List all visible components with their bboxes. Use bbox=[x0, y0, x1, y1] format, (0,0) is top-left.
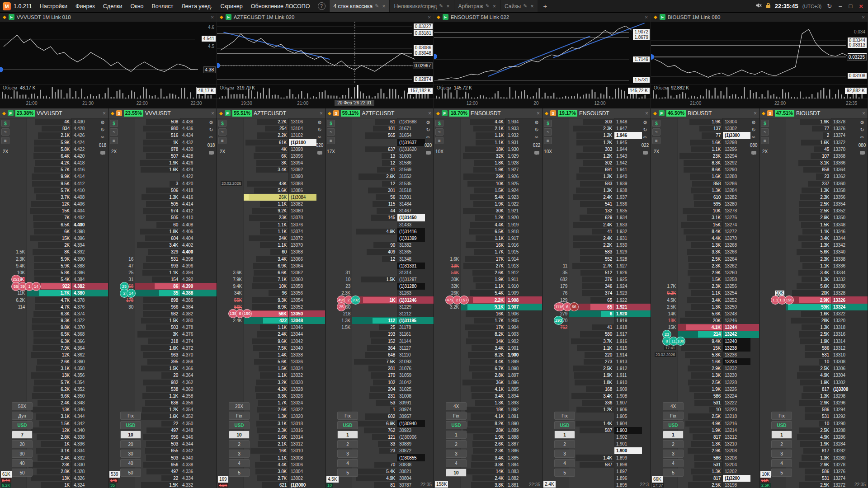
volume-cell[interactable]: 3.7K bbox=[569, 338, 614, 345]
volume-cell[interactable]: 586 bbox=[786, 345, 831, 352]
mode-button[interactable]: Fix bbox=[120, 412, 141, 420]
volume-cell[interactable]: 4.1K bbox=[460, 413, 505, 420]
chat-icon[interactable] bbox=[209, 151, 214, 155]
volume-cell[interactable]: 1.9K bbox=[677, 118, 722, 125]
price-cell[interactable]: 13378 bbox=[831, 118, 859, 125]
close-icon[interactable]: × bbox=[754, 110, 757, 117]
volume-cell[interactable]: 27K bbox=[460, 263, 505, 269]
ladder-row[interactable]: 2K4.394 bbox=[0, 242, 108, 249]
volume-cell[interactable]: 587 bbox=[569, 461, 614, 468]
volume-cell[interactable]: 602 bbox=[352, 413, 397, 420]
price-cell[interactable]: 31110 bbox=[397, 352, 425, 358]
volume-cell[interactable]: 1.4K bbox=[569, 454, 614, 461]
tab[interactable]: Неликвики/спред✎× bbox=[389, 0, 453, 12]
price-cell[interactable]: 1.901 bbox=[614, 441, 642, 447]
volume-cell[interactable]: 1.4K bbox=[569, 420, 614, 427]
price-cell[interactable]: 13362 bbox=[831, 173, 859, 180]
volume-cell[interactable]: 655 bbox=[135, 447, 180, 454]
volume-cell[interactable]: 610 bbox=[677, 194, 722, 201]
size-button[interactable]: 5 bbox=[229, 469, 250, 477]
size-button[interactable]: 1 bbox=[337, 431, 358, 439]
price-cell[interactable]: 4.346 bbox=[180, 434, 208, 441]
close-icon[interactable]: × bbox=[428, 110, 431, 117]
volume-cell[interactable]: 604 bbox=[135, 235, 180, 242]
volume-cell[interactable]: 974 bbox=[135, 207, 180, 214]
volume-cell[interactable]: 4.2K bbox=[243, 386, 288, 393]
price-cell[interactable]: 13260 bbox=[722, 269, 750, 276]
volume-cell[interactable]: 5.6K bbox=[786, 283, 831, 290]
chart-icon[interactable]: ≡ bbox=[435, 137, 443, 144]
price-cell[interactable]: 13212 bbox=[722, 434, 750, 441]
ladder-row[interactable]: 204.364 bbox=[108, 372, 217, 379]
volume-cell[interactable]: 53 bbox=[352, 399, 397, 406]
ladder-row[interactable]: 2.5K1.3K13250 bbox=[651, 304, 759, 310]
price-cell[interactable]: 31076 bbox=[397, 365, 425, 372]
volume-cell[interactable]: 231 bbox=[352, 393, 397, 399]
price-cell[interactable]: (1)3300 bbox=[831, 386, 859, 393]
price-cell[interactable]: 13208 bbox=[722, 447, 750, 454]
ladder-row[interactable]: 3.4K1.894 bbox=[434, 393, 542, 399]
price-cell[interactable]: 1.930 bbox=[614, 242, 642, 249]
ladder-row[interactable]: 309664.384 bbox=[108, 304, 217, 310]
price-cell[interactable]: (1)3100 bbox=[288, 139, 316, 146]
link-icon[interactable]: ∞ bbox=[209, 134, 213, 140]
ladder-row[interactable]: 3.1K13366 bbox=[760, 160, 868, 166]
ladder-row[interactable]: 7.5K13040 bbox=[217, 345, 325, 352]
volume-cell[interactable]: 980 bbox=[135, 125, 180, 132]
price-cell[interactable]: 1.906 bbox=[505, 310, 533, 317]
size-button[interactable]: 4 bbox=[554, 459, 575, 467]
ladder-row[interactable]: 1.5K4.366 bbox=[108, 365, 217, 372]
price-cell[interactable]: 13220 bbox=[722, 406, 750, 413]
ladder-row[interactable]: 8.3K13292 bbox=[651, 160, 759, 166]
ladder-row[interactable]: 1.9K1.927 bbox=[434, 166, 542, 173]
ladder-row[interactable]: 6823761.925 bbox=[542, 276, 651, 283]
ladder-row[interactable]: 15K4.404 bbox=[0, 207, 108, 214]
price-cell[interactable]: 4.378 bbox=[71, 296, 99, 303]
price-cell[interactable]: 13202 bbox=[722, 468, 750, 475]
volume-cell[interactable]: 2.5K bbox=[677, 379, 722, 386]
volume-cell[interactable]: 1.5K bbox=[26, 420, 71, 427]
volume-cell[interactable]: 102 bbox=[352, 379, 397, 386]
volume-cell[interactable]: 23 bbox=[786, 173, 831, 180]
price-cell[interactable]: 13342 bbox=[831, 242, 859, 249]
volume-cell[interactable]: 586 bbox=[786, 468, 831, 475]
volume-cell[interactable]: 3.4K bbox=[786, 235, 831, 242]
tab[interactable]: Сайзы✎× bbox=[500, 0, 538, 12]
volume-cell[interactable]: 2.2K bbox=[243, 132, 288, 139]
price-cell[interactable]: 13246 bbox=[722, 317, 750, 324]
ladder-row[interactable]: 77(1)3300 bbox=[651, 132, 759, 139]
ladder-row[interactable]: 1.5K2531178 bbox=[326, 324, 434, 331]
price-cell[interactable]: 13238 bbox=[722, 345, 750, 352]
price-cell[interactable]: (1)31637 bbox=[397, 139, 425, 146]
ladder-row[interactable]: 1013308 bbox=[760, 358, 868, 365]
ladder-row[interactable]: 637(1)31620 bbox=[326, 146, 434, 153]
volume-cell[interactable]: 303 bbox=[569, 118, 614, 125]
ladder-row[interactable]: 3.8K1.881 bbox=[434, 482, 542, 488]
price-cell[interactable]: 1.907 bbox=[505, 304, 533, 310]
menu-item[interactable]: Лента увед. bbox=[177, 3, 216, 9]
gear-icon[interactable]: ⚙ bbox=[534, 120, 539, 126]
ladder-row[interactable]: 9.3K4.372 bbox=[0, 317, 108, 324]
volume-cell[interactable]: 6 bbox=[569, 310, 614, 317]
price-cell[interactable]: 4.398 bbox=[180, 255, 208, 262]
volume-cell[interactable]: 15K bbox=[26, 235, 71, 242]
leverage-label[interactable]: 2X bbox=[654, 149, 659, 154]
volume-cell[interactable]: 1.3K bbox=[243, 413, 288, 420]
price-cell[interactable]: 31501 bbox=[397, 194, 425, 201]
price-cell[interactable]: 1.887 bbox=[505, 441, 533, 447]
ladder-row[interactable]: 16K1.906 bbox=[434, 310, 542, 317]
ladder-row[interactable]: 5054.414 bbox=[108, 201, 217, 207]
ladder-row[interactable]: 2.4K42213048 bbox=[217, 317, 325, 324]
volume-cell[interactable]: 691 bbox=[569, 166, 614, 173]
ladder-row[interactable]: 1331603 bbox=[326, 153, 434, 160]
price-cell[interactable]: 1.882 bbox=[505, 475, 533, 482]
price-cell[interactable]: 4.384 bbox=[180, 304, 208, 310]
ladder-row[interactable]: 1.6K4.424 bbox=[108, 166, 217, 173]
price-cell[interactable]: 4.336 bbox=[180, 468, 208, 475]
price-cell[interactable]: 4.416 bbox=[180, 194, 208, 201]
price-cell[interactable]: (1)31450 bbox=[397, 214, 425, 221]
ladder-row[interactable]: (1)31637 bbox=[326, 139, 434, 146]
price-cell[interactable]: 31161 bbox=[397, 331, 425, 338]
price-cell[interactable]: 13078 bbox=[288, 214, 316, 221]
volume-cell[interactable]: 5.9K bbox=[26, 255, 71, 262]
